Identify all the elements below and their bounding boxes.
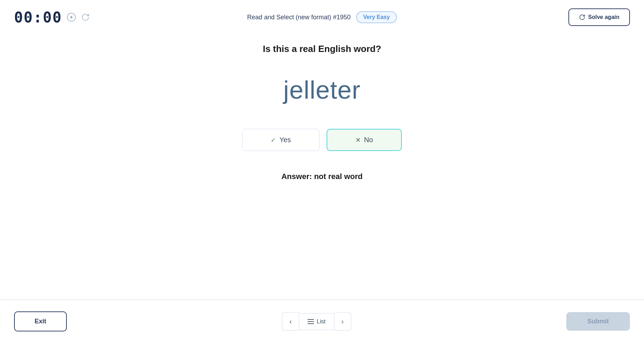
navigation-section: ‹ List › <box>282 312 351 331</box>
yes-label: Yes <box>279 136 291 144</box>
list-icon <box>308 319 314 324</box>
timer-section: 00:00 <box>14 9 90 26</box>
submit-button[interactable]: Submit <box>566 312 630 331</box>
previous-button[interactable]: ‹ <box>282 312 299 331</box>
solve-again-label: Solve again <box>588 14 619 20</box>
main-content: Is this a real English word? jelleter ✓ … <box>0 33 644 195</box>
list-button[interactable]: List <box>299 313 334 330</box>
svg-marker-1 <box>71 15 73 19</box>
answer-buttons: ✓ Yes ✕ No <box>242 129 402 151</box>
solve-again-button[interactable]: Solve again <box>568 8 630 26</box>
solve-again-icon <box>579 14 585 20</box>
exercise-title: Read and Select (new format) #1950 <box>247 14 350 21</box>
checkmark-icon: ✓ <box>271 136 276 144</box>
footer: Exit ‹ List › Submit <box>0 301 644 342</box>
x-icon: ✕ <box>355 136 361 144</box>
next-button[interactable]: › <box>334 312 351 331</box>
word-display: jelleter <box>283 75 361 104</box>
chevron-left-icon: ‹ <box>289 317 292 325</box>
play-button[interactable] <box>66 12 77 22</box>
exit-button[interactable]: Exit <box>14 311 67 331</box>
question-text: Is this a real English word? <box>263 44 381 54</box>
yes-button[interactable]: ✓ Yes <box>242 129 320 151</box>
list-label: List <box>317 318 326 325</box>
answer-feedback: Answer: not real word <box>281 172 362 181</box>
timer-display: 00:00 <box>14 9 62 26</box>
divider <box>0 299 644 300</box>
reset-timer-button[interactable] <box>81 13 90 22</box>
header: 00:00 Read and Select (new format) #1950… <box>0 0 644 33</box>
title-section: Read and Select (new format) #1950 Very … <box>247 11 397 23</box>
chevron-right-icon: › <box>341 317 344 325</box>
no-label: No <box>364 136 373 144</box>
no-button[interactable]: ✕ No <box>327 129 402 151</box>
difficulty-badge[interactable]: Very Easy <box>356 11 397 23</box>
